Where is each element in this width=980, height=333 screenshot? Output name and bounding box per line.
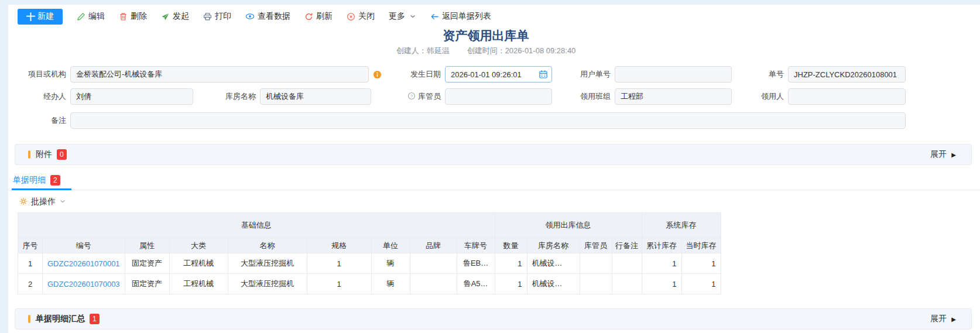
- section-tick-icon: [28, 150, 30, 159]
- attachments-label: 附件: [36, 149, 52, 160]
- print-button[interactable]: 打印: [203, 11, 231, 22]
- col-brand: 品牌: [410, 238, 457, 253]
- delete-label: 删除: [131, 11, 147, 22]
- attachments-expand-button[interactable]: 展开 ▶: [930, 149, 956, 160]
- cell-warehouse: 机械设…: [527, 253, 580, 274]
- doc-no-input[interactable]: [788, 66, 906, 83]
- doc-no-label: 单号: [743, 69, 784, 80]
- page: 十新建 编辑 删除 发起 打印 查看数据 刷新 关闭: [0, 0, 980, 333]
- warehouse-input[interactable]: [260, 88, 371, 105]
- cell-qty: 1: [495, 253, 527, 274]
- group-issue-info: 领用出库信息: [495, 213, 642, 238]
- handler-input[interactable]: [70, 88, 193, 105]
- recipient-label: 领用人: [743, 91, 784, 102]
- cell-category: 工程机械: [169, 253, 228, 274]
- attachments-count-badge: 0: [57, 149, 67, 160]
- close-circle-icon: [347, 12, 355, 21]
- eye-icon: [245, 12, 255, 21]
- view-data-button[interactable]: 查看数据: [245, 11, 290, 22]
- cell-total-stock: 1: [642, 253, 681, 274]
- date-label: 发生日期: [404, 69, 441, 80]
- tab-detail[interactable]: 单据明细 2: [13, 175, 60, 186]
- col-unit: 单位: [371, 238, 410, 253]
- col-row-remark: 行备注: [612, 238, 642, 253]
- summary-expand-button[interactable]: 展开 ▶: [930, 314, 956, 324]
- cell-plate: 鲁A5…: [457, 274, 495, 294]
- printer-icon: [203, 12, 212, 21]
- col-code: 编号: [43, 238, 125, 253]
- date-field: 发生日期: [404, 66, 552, 83]
- more-label: 更多: [389, 11, 405, 22]
- cell-total-stock: 1: [642, 274, 681, 294]
- team-field: 领用班组: [571, 88, 732, 105]
- chevron-down-icon: [59, 197, 66, 207]
- user-no-label: 用户单号: [571, 69, 611, 80]
- delete-button[interactable]: 删除: [119, 11, 147, 22]
- tab-detail-label: 单据明细: [13, 175, 46, 186]
- warehouse-label: 库房名称: [202, 91, 256, 102]
- cell-current-stock: 1: [681, 274, 721, 294]
- print-label: 打印: [215, 11, 231, 22]
- plus-icon: 十: [26, 12, 35, 21]
- date-input[interactable]: [445, 66, 552, 83]
- cell-qty: 1: [495, 274, 527, 294]
- doc-no-field: 单号: [743, 66, 906, 83]
- remark-input[interactable]: [70, 112, 906, 129]
- info-icon: [373, 70, 382, 81]
- project-input[interactable]: [70, 66, 369, 83]
- cell-attribute: 固定资产: [125, 253, 169, 274]
- refresh-button[interactable]: 刷新: [304, 11, 333, 22]
- attachments-section-bar[interactable]: 附件 0 展开 ▶: [15, 144, 972, 165]
- table-row: 1 GDZC202601070001 固定资产 工程机械 大型液压挖掘机 1 辆…: [18, 253, 721, 274]
- calendar-icon[interactable]: [539, 70, 548, 81]
- doc-meta: 创建人：韩延温 创建时间：2026-01-08 09:28:40: [0, 46, 972, 56]
- new-button[interactable]: 十新建: [18, 9, 63, 25]
- summary-section-bar[interactable]: 单据明细汇总 1 展开 ▶: [15, 308, 972, 329]
- recipient-input[interactable]: [788, 88, 906, 105]
- group-header-row: 基础信息 领用出库信息 系统库存: [18, 213, 721, 238]
- cell-seq: 1: [18, 253, 43, 274]
- cell-warehouse: 机械设…: [527, 274, 580, 294]
- cell-code-link[interactable]: GDZC202601070003: [43, 274, 125, 294]
- keeper-input[interactable]: [445, 88, 552, 105]
- team-label: 领用班组: [571, 91, 611, 102]
- warehouse-field: 库房名称: [202, 88, 371, 105]
- detail-count-badge: 2: [50, 175, 60, 186]
- col-current-stock: 当时库存: [681, 238, 721, 253]
- edit-button[interactable]: 编辑: [77, 11, 105, 22]
- triangle-right-icon: ▶: [951, 152, 956, 158]
- tab-divider: [8, 190, 980, 190]
- col-seq: 序号: [18, 238, 43, 253]
- triangle-right-icon: ▶: [951, 316, 956, 322]
- send-icon: [161, 12, 170, 21]
- table-row: 2 GDZC202601070003 固定资产 工程机械 大型液压挖掘机 1 辆…: [18, 274, 721, 294]
- cell-name: 大型液压挖掘机: [228, 274, 307, 294]
- launch-label: 发起: [173, 11, 189, 22]
- page-title: 资产领用出库单: [0, 28, 972, 44]
- refresh-label: 刷新: [316, 11, 333, 22]
- refresh-icon: [304, 12, 313, 21]
- group-basic-info: 基础信息: [18, 213, 495, 238]
- more-button[interactable]: 更多: [389, 11, 416, 22]
- user-no-input[interactable]: [615, 66, 732, 83]
- col-attribute: 属性: [125, 238, 169, 253]
- cell-spec: 1: [307, 274, 371, 294]
- section-tick-icon: [28, 315, 30, 323]
- arrow-left-icon: [430, 12, 439, 21]
- back-button[interactable]: 返回单据列表: [430, 11, 491, 22]
- close-button[interactable]: 关闭: [347, 11, 375, 22]
- cell-brand: [410, 274, 457, 294]
- col-name: 名称: [228, 238, 307, 253]
- keeper-label: 库管员: [418, 91, 441, 102]
- col-category: 大类: [169, 238, 228, 253]
- team-input[interactable]: [615, 88, 732, 105]
- cell-row-remark: [612, 274, 642, 294]
- svg-text:?: ?: [410, 93, 413, 98]
- col-plate: 车牌号: [457, 238, 495, 253]
- cell-code-link[interactable]: GDZC202601070001: [43, 253, 125, 274]
- launch-button[interactable]: 发起: [161, 11, 189, 22]
- edit-label: 编辑: [88, 11, 105, 22]
- cell-plate: 鲁EB…: [457, 253, 495, 274]
- cell-current-stock: 1: [681, 253, 721, 274]
- batch-ops-button[interactable]: 批操作: [19, 197, 66, 207]
